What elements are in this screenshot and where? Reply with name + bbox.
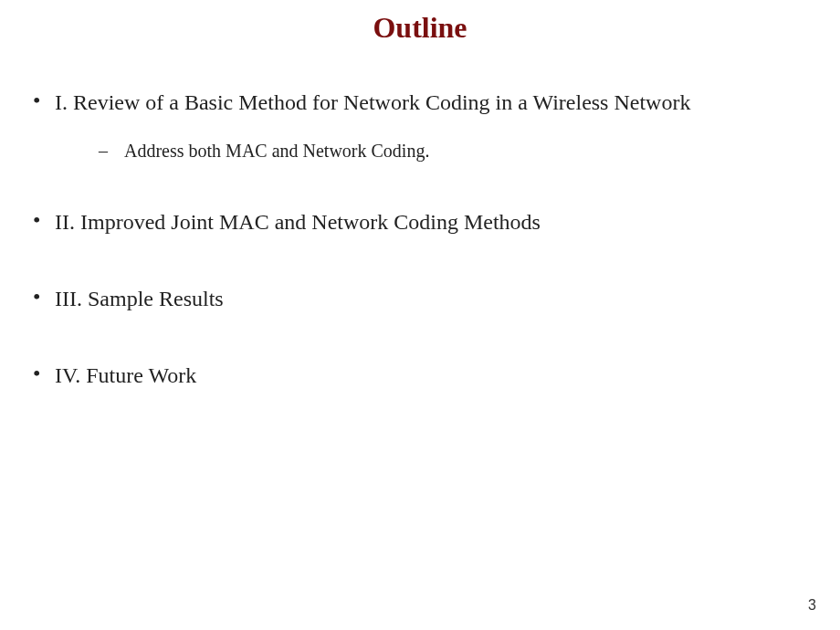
outline-item-text: I. Review of a Basic Method for Network … [55, 89, 813, 159]
outline-item-text: II. Improved Joint MAC and Network Codin… [55, 208, 813, 236]
slide-title: Outline [0, 0, 840, 54]
outline-item-1: • I. Review of a Basic Method for Networ… [27, 89, 813, 159]
outline-content: • I. Review of a Basic Method for Networ… [0, 54, 840, 389]
outline-subitem-text: Address both MAC and Network Coding. [124, 140, 813, 163]
bullet-icon: • [27, 89, 55, 113]
outline-subitem-1-1: – Address both MAC and Network Coding. [99, 140, 813, 163]
bullet-icon: • [27, 208, 55, 233]
outline-item-4: • IV. Future Work [27, 362, 813, 389]
outline-item-text: IV. Future Work [55, 362, 813, 389]
outline-item-2: • II. Improved Joint MAC and Network Cod… [27, 208, 813, 236]
bullet-icon: • [27, 285, 55, 310]
bullet-icon: • [27, 362, 55, 386]
dash-icon: – [99, 140, 124, 163]
outline-item-3: • III. Sample Results [27, 285, 813, 312]
outline-item-1-label: I. Review of a Basic Method for Network … [55, 90, 690, 114]
page-number: 3 [808, 597, 816, 614]
outline-item-text: III. Sample Results [55, 285, 813, 312]
